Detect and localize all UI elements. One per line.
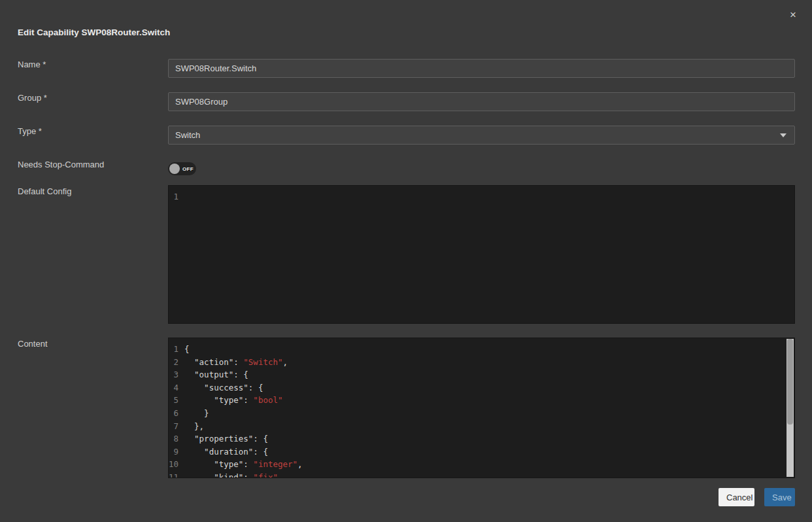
code-line: 3 "output": { — [169, 368, 794, 381]
line-number: 10 — [169, 458, 184, 471]
chevron-down-icon — [780, 133, 787, 137]
name-input[interactable] — [168, 59, 795, 78]
line-number: 8 — [169, 432, 184, 445]
default-config-editor[interactable]: 1 — [168, 185, 795, 324]
type-select-value: Switch — [175, 130, 780, 140]
edit-capability-dialog: Edit Capability SWP08Router.Switch × Nam… — [0, 0, 812, 522]
cancel-button[interactable]: Cancel — [719, 488, 754, 506]
group-label: Group * — [18, 93, 47, 103]
line-number: 4 — [169, 381, 184, 394]
toggle-knob-icon — [169, 164, 180, 174]
content-scrollbar-thumb[interactable] — [787, 339, 793, 425]
code-line: 5 "type": "bool" — [169, 394, 794, 407]
toggle-state-label: OFF — [182, 166, 194, 172]
line-number: 2 — [169, 356, 184, 369]
group-input[interactable] — [168, 92, 795, 111]
code-line: 7 }, — [169, 420, 794, 433]
content-editor[interactable]: 1{2 "action": "Switch",3 "output": {4 "s… — [168, 338, 795, 478]
needs-stop-label: Needs Stop-Command — [18, 160, 104, 169]
code-line: 1{ — [169, 343, 794, 356]
dialog-title: Edit Capability SWP08Router.Switch — [18, 27, 170, 37]
line-number: 5 — [169, 394, 184, 407]
line-number: 9 — [169, 445, 184, 459]
code-line: 8 "properties": { — [169, 432, 794, 445]
content-scrollbar[interactable] — [787, 339, 794, 477]
code-line: 2 "action": "Switch", — [169, 356, 794, 369]
default-config-label: Default Config — [18, 186, 71, 196]
type-label: Type * — [18, 126, 42, 136]
line-number: 1 — [169, 343, 184, 356]
line-number: 7 — [169, 420, 184, 433]
code-line: 4 "success": { — [169, 381, 794, 394]
content-label: Content — [18, 339, 48, 349]
line-number: 6 — [169, 407, 184, 420]
code-line: 9 "duration": { — [169, 445, 794, 459]
line-number: 11 — [169, 471, 184, 478]
code-line: 1 — [169, 190, 794, 203]
code-line: 6 } — [169, 407, 794, 420]
needs-stop-toggle[interactable]: OFF — [168, 162, 196, 175]
code-line: 10 "type": "integer", — [169, 458, 794, 471]
line-number: 3 — [169, 368, 184, 381]
save-button[interactable]: Save — [764, 488, 795, 506]
name-label: Name * — [18, 60, 46, 69]
type-select[interactable]: Switch — [168, 126, 795, 145]
close-icon[interactable]: × — [786, 8, 800, 22]
code-line: 11 "kind": "fix" — [169, 471, 794, 478]
line-number: 1 — [169, 190, 184, 203]
